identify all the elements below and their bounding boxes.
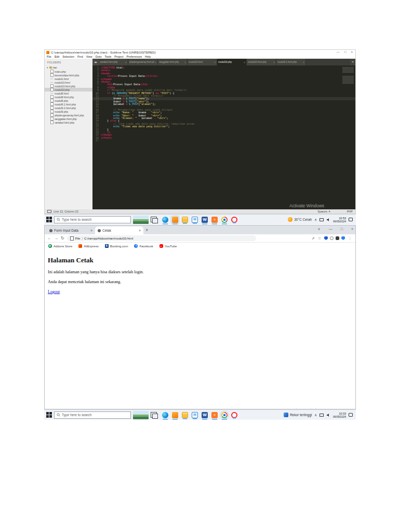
file-explorer-icon[interactable] <box>182 217 188 223</box>
tab-scroll-arrows-icon[interactable]: ◀▶ <box>92 59 99 65</box>
tray-expand-icon[interactable]: ∧ <box>314 218 317 222</box>
clock[interactable]: 10:03 06/05/2024 <box>333 412 346 418</box>
sublime-text-icon[interactable] <box>172 217 178 223</box>
sidebar-file[interactable]: modul10.html.php <box>45 84 92 88</box>
maximize-button[interactable]: □ <box>341 225 343 233</box>
sidebar-file[interactable]: tanggalan.html.php <box>45 117 92 121</box>
news-weather-thumbnail-icon[interactable] <box>133 216 149 224</box>
shield-light-blue-extension-icon[interactable] <box>341 236 345 240</box>
sublime-text-icon[interactable] <box>172 412 178 418</box>
menu-item[interactable]: Help <box>145 55 151 58</box>
clock[interactable]: 10:53 06/05/2024 <box>333 217 346 223</box>
sidebar-file[interactable]: konversitipe.html.php <box>45 73 92 77</box>
editor-tab[interactable]: tanggalan.html.php× <box>158 59 188 65</box>
sidebar-file[interactable]: modul9.php <box>45 110 92 113</box>
minimize-button[interactable]: — <box>329 225 332 233</box>
tab-overflow-icon[interactable]: ▼ <box>350 59 355 65</box>
tab-close-icon[interactable]: × <box>90 229 92 232</box>
display-tray-icon[interactable] <box>320 414 324 417</box>
menu-item[interactable]: File <box>47 55 51 58</box>
editor-tab[interactable]: modul10.html× <box>188 59 217 65</box>
sidebar-file[interactable]: phpdengenarray.html.php <box>45 113 92 117</box>
sidebar-file[interactable]: modul8.html <box>45 91 92 95</box>
chrome-icon[interactable] <box>221 217 228 223</box>
tray-expand-icon[interactable]: ∧ <box>314 413 317 417</box>
sidebar-file[interactable]: modul1.html <box>45 77 92 81</box>
close-button[interactable]: × <box>351 225 353 233</box>
start-button-icon[interactable] <box>46 217 52 222</box>
opera-icon[interactable] <box>231 217 237 223</box>
sidebar-file[interactable]: modul9.1.html.php <box>45 102 92 106</box>
badge-gray-extension-icon[interactable] <box>330 236 334 240</box>
back-icon[interactable]: ← <box>47 236 51 241</box>
code-line[interactable]: 27 <box>92 139 355 142</box>
tab-close-icon[interactable]: × <box>125 61 127 64</box>
opera-icon[interactable] <box>231 412 237 418</box>
taskbar-search-input[interactable]: Type here to search <box>54 411 131 419</box>
task-view-icon[interactable] <box>151 412 157 418</box>
mail-icon[interactable] <box>192 412 198 418</box>
news-weather-thumbnail-icon[interactable] <box>133 411 149 419</box>
indent-setting[interactable]: Spaces: 4 <box>317 210 330 213</box>
menu-item[interactable]: Selection <box>62 55 74 58</box>
tab-close-icon[interactable]: × <box>273 61 275 64</box>
tab-search-icon[interactable]: ∨ <box>318 225 321 233</box>
sidebar-file[interactable]: modul10.php <box>45 88 92 91</box>
syntax-mode[interactable]: PHP <box>347 210 353 213</box>
display-tray-icon[interactable] <box>320 218 324 221</box>
editor-tab[interactable]: modul10.php× <box>217 59 247 65</box>
minimize-button[interactable]: — <box>337 50 340 55</box>
bookmark-item[interactable]: Addons Store <box>48 244 72 248</box>
edge-icon[interactable] <box>162 217 168 223</box>
sidebar-file[interactable]: variabel.html.php <box>45 121 92 124</box>
bookmark-item[interactable]: AliExpress <box>78 244 98 248</box>
menu-item[interactable]: Edit <box>55 55 59 58</box>
notification-center-icon[interactable] <box>349 218 353 221</box>
square-dark-extension-icon[interactable] <box>336 236 339 240</box>
maximize-button[interactable]: □ <box>344 50 347 55</box>
reload-icon[interactable]: ↻ <box>61 236 64 241</box>
start-button-icon[interactable] <box>46 412 52 418</box>
bookmark-star-icon[interactable]: ☆ <box>318 236 321 241</box>
weather-widget[interactable]: 30°C Cerah <box>288 217 312 222</box>
address-bar[interactable]: File | C:/xampp/htdocs/rian/modul10.html <box>67 235 256 241</box>
tab-close-icon[interactable]: × <box>155 61 156 64</box>
sidebar-file[interactable]: modul9.2.html.php <box>45 106 92 110</box>
menu-item[interactable]: Find <box>77 55 83 58</box>
chrome-icon[interactable] <box>221 412 228 418</box>
word-icon[interactable] <box>202 412 208 418</box>
browser-tab[interactable]: Cetak× <box>95 227 143 234</box>
tab-close-icon[interactable]: × <box>184 61 186 64</box>
close-button[interactable]: × <box>351 50 353 55</box>
speaker-icon[interactable] <box>326 413 330 417</box>
sidebar-file[interactable]: modul10.html <box>45 81 92 84</box>
menu-item[interactable]: View <box>86 55 92 58</box>
mail-icon[interactable] <box>192 217 198 223</box>
code-editor[interactable]: 1<!DOCTYPE html>2<html>3<head>4 <title>P… <box>92 65 355 209</box>
sidebar-file[interactable]: modul8.php <box>45 99 92 102</box>
xampp-icon[interactable] <box>211 217 218 223</box>
tab-close-icon[interactable]: × <box>214 61 216 64</box>
edge-icon[interactable] <box>162 412 168 418</box>
news-widget[interactable]: Rekor tertinggi <box>284 413 312 417</box>
minimap[interactable] <box>342 67 354 87</box>
shield-blue-extension-icon[interactable] <box>324 236 328 240</box>
editor-tab[interactable]: variabel.html.php× <box>99 59 128 65</box>
editor-tab[interactable]: modul9.1.html.php× <box>276 59 306 65</box>
notification-center-icon[interactable] <box>349 413 353 417</box>
menu-item[interactable]: Tools <box>104 55 111 58</box>
tab-close-icon[interactable]: × <box>139 229 141 232</box>
bookmark-item[interactable]: YouTube <box>159 244 177 248</box>
tab-close-icon[interactable]: × <box>303 61 304 64</box>
browser-tab[interactable]: Form Input Data× <box>47 227 95 234</box>
bookmark-item[interactable]: Facebook <box>134 244 153 248</box>
tab-close-icon[interactable]: × <box>244 61 245 64</box>
sidebar-file[interactable]: modul8.html.php <box>45 95 92 99</box>
word-icon[interactable] <box>202 217 208 223</box>
menu-item[interactable]: Preferences <box>126 55 142 58</box>
task-view-icon[interactable] <box>151 217 157 222</box>
taskbar-search-input[interactable]: Type here to search <box>54 216 131 223</box>
share-icon[interactable]: ⇗ <box>312 236 315 241</box>
sidebar-file[interactable]: index.php <box>45 70 92 73</box>
logout-link[interactable]: Logout <box>48 289 60 294</box>
